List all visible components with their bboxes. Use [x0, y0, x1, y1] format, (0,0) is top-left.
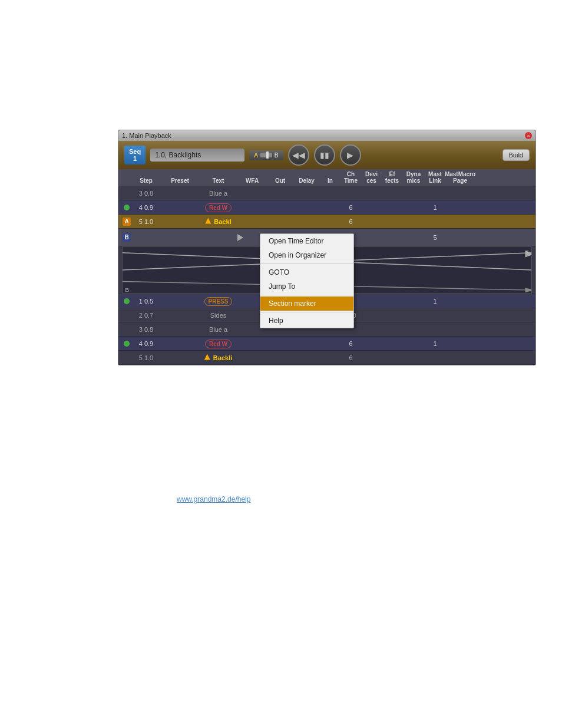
marker-a: A	[123, 218, 131, 226]
backli-text: Backli	[213, 354, 232, 361]
play-indicator	[124, 205, 130, 210]
table-row[interactable]: 5 1.0 Backli 6	[118, 351, 535, 365]
play-indicator	[124, 298, 130, 304]
ab-box: A B	[249, 150, 283, 160]
play-button[interactable]: ▶	[340, 144, 361, 166]
backli-icon	[204, 354, 210, 360]
step-cell: 4 0.9	[131, 204, 161, 211]
backli-text: Backl	[214, 218, 231, 225]
col-master: Mast Link	[425, 171, 445, 184]
build-button[interactable]: Build	[503, 149, 530, 161]
step-cell: 4 0.9	[131, 340, 161, 347]
col-in: In	[320, 177, 340, 184]
menu-goto[interactable]: GOTO	[260, 265, 353, 279]
col-macro: MastMacro Page	[445, 171, 475, 184]
menu-open-time-editor[interactable]: Open Time Editor	[260, 234, 353, 248]
text-cell: Backli	[199, 354, 237, 361]
table-row[interactable]: A 5 1.0 Backl 6	[118, 215, 535, 229]
toolbar: Seq1 1.0, Backlights A B ◀◀ ▮▮ ▶ Build	[118, 141, 535, 169]
ch-time-cell: 6	[340, 340, 361, 347]
text-cell: Red W	[199, 204, 237, 211]
text-cell: Sides	[199, 312, 237, 319]
b-label: B	[275, 152, 279, 159]
play-indicator	[124, 341, 130, 347]
menu-help[interactable]: Help	[260, 314, 353, 328]
master-cell: 1	[425, 340, 445, 347]
row-marker: B	[122, 233, 131, 242]
ch-time-cell: 6	[340, 354, 361, 361]
col-delay: Delay	[293, 177, 320, 184]
sequence-name: 1.0, Backlights	[150, 149, 244, 162]
svg-marker-5	[525, 288, 531, 292]
table-row[interactable]: 4 0.9 Red W 6 1	[118, 200, 535, 215]
master-cell: 1	[425, 204, 445, 211]
menu-section-marker[interactable]: Section marker	[260, 297, 353, 311]
marker-b: B	[123, 233, 131, 242]
row-marker	[122, 341, 131, 347]
backli-icon	[205, 218, 211, 224]
step-cell: 3 0.8	[131, 326, 161, 333]
window-title: 1. Main Playback	[122, 132, 523, 139]
menu-separator-2	[260, 295, 353, 295]
row-marker: A	[122, 218, 131, 226]
step-cell: 3 0.8	[131, 190, 161, 197]
text-cell: Blue a	[199, 326, 237, 333]
a-label: A	[254, 152, 258, 159]
master-cell: 5	[425, 234, 445, 241]
context-menu: Open Time Editor Open in Organizer GOTO …	[260, 233, 354, 328]
help-link[interactable]: www.grandma2.de/help	[177, 495, 250, 503]
col-devices: Devi ces	[361, 171, 382, 184]
seq-box: Seq1	[124, 146, 146, 164]
step-cell: 5 1.0	[131, 354, 161, 361]
title-bar: 1. Main Playback ×	[118, 130, 535, 141]
col-preset: Preset	[161, 177, 199, 184]
ch-time-cell: 6	[340, 204, 361, 211]
col-step: Step	[131, 177, 161, 184]
preset-badge: Red W	[205, 203, 232, 212]
step-cell: 5 1.0	[131, 218, 161, 225]
table-row[interactable]: 3 0.8 Blue a	[118, 186, 535, 200]
menu-open-organizer[interactable]: Open in Organizer	[260, 248, 353, 262]
ch-time-cell: 6	[340, 218, 361, 225]
menu-separator	[260, 263, 353, 264]
row-marker	[122, 205, 131, 210]
main-playback-window: 1. Main Playback × Seq1 1.0, Backlights …	[118, 130, 536, 365]
step-cell: 2 0.7	[131, 312, 161, 319]
master-cell: 1	[425, 298, 445, 305]
table-row[interactable]: 4 0.9 Red W 6 1	[118, 337, 535, 351]
col-dynamics: Dyna mics	[402, 171, 425, 184]
col-text: Text	[199, 177, 237, 184]
text-cell: PRESS	[199, 298, 237, 305]
menu-jump-to[interactable]: Jump To	[260, 279, 353, 294]
menu-separator-3	[260, 312, 353, 312]
text-cell: Red W	[199, 340, 237, 347]
column-headers: Step Preset Text WFA Out Delay In Ch Tim…	[118, 169, 535, 186]
waveform-number: 5	[526, 249, 529, 255]
preset-badge: Red W	[205, 340, 232, 348]
col-ch-time: Ch Time	[340, 171, 361, 184]
pause-button[interactable]: ▮▮	[314, 144, 335, 166]
play-icon	[237, 234, 243, 241]
close-button[interactable]: ×	[525, 132, 532, 139]
rewind-button[interactable]: ◀◀	[288, 144, 309, 166]
col-out: Out	[267, 177, 293, 184]
col-effects: Ef fects	[382, 171, 402, 184]
svg-text:B: B	[125, 286, 129, 293]
step-cell: 1 0.5	[131, 298, 161, 305]
col-wfa: WFA	[237, 177, 267, 184]
text-cell: Blue a	[199, 190, 237, 197]
text-cell: Backl	[199, 218, 237, 225]
row-marker	[122, 298, 131, 304]
press-badge: PRESS	[204, 297, 233, 306]
